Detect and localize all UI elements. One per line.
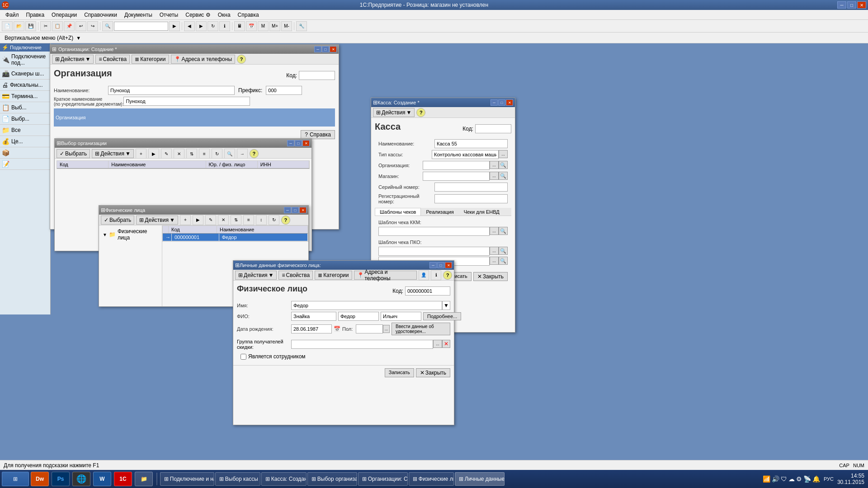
tb-copy[interactable]: 📋 (52, 21, 63, 31)
sidebar-item-doc[interactable]: 📝 (0, 159, 50, 170)
org-actions-btn[interactable]: ⊞ Действия ▼ (52, 55, 94, 64)
personal-minimize[interactable]: ─ (429, 262, 437, 268)
personal-properties-btn[interactable]: ≡ Свойства (278, 271, 313, 280)
org-minimize-btn[interactable]: ─ (314, 46, 321, 52)
phys-tree-item[interactable]: ▼ 📁 Физические лица (101, 227, 160, 242)
tb-m[interactable]: M (258, 21, 269, 31)
tb-mplus[interactable]: M+ (269, 21, 280, 31)
sidebar-item-scanners[interactable]: 📠 Сканеры ш... (0, 68, 50, 80)
personal-passport-btn[interactable]: Ввести данные об удостоверен... (392, 323, 450, 335)
personal-help-btn[interactable]: ? (443, 271, 452, 280)
select-org-close[interactable]: ✕ (302, 140, 310, 146)
taskbar-win-physlica[interactable]: ⊞ Физические лица (409, 472, 454, 486)
personal-employee-checkbox[interactable] (241, 354, 246, 360)
select-add-btn[interactable]: + (136, 149, 146, 159)
sidebar-item-price[interactable]: 💰 Це... (0, 136, 50, 147)
kassa-org-search[interactable]: 🔍 (499, 161, 508, 169)
personal-details-btn[interactable]: Подробнее... (423, 312, 461, 320)
kassa-maximize[interactable]: □ (498, 99, 505, 106)
taskbar-1c[interactable]: 1С (114, 472, 132, 486)
taskbar-word[interactable]: W (93, 472, 111, 486)
org-close-btn[interactable]: ✕ (330, 46, 337, 52)
personal-discount-clear[interactable]: ✕ (442, 340, 450, 348)
org-help-btn[interactable]: ? (237, 55, 246, 64)
kassa-code-input[interactable] (475, 124, 511, 133)
select-group-btn[interactable]: ≡ (199, 149, 210, 159)
personal-actions-btn[interactable]: ⊞ Действия ▼ (235, 271, 277, 280)
kassa-actions-btn[interactable]: ⊞ Действия ▼ (373, 108, 415, 117)
personal-patronymic-input[interactable] (381, 312, 421, 321)
org-properties-btn[interactable]: ≡ Свойства (95, 55, 130, 64)
select-org-maximize[interactable]: □ (295, 140, 302, 146)
org-help-btn2[interactable]: ? Справка (301, 130, 335, 139)
kassa-serial-input[interactable] (434, 183, 508, 192)
kassa-tab-templates[interactable]: Шаблоны чеков (375, 208, 421, 216)
taskbar-explorer[interactable]: 📁 (135, 472, 153, 486)
personal-close[interactable]: ✕ (445, 262, 452, 268)
kassa-name-input[interactable] (434, 139, 508, 148)
sidebar-item-wybor2[interactable]: 📄 Выбр... (0, 113, 50, 125)
org-code-input[interactable] (299, 71, 335, 80)
select-org-minimize[interactable]: ─ (287, 140, 294, 146)
select-del-btn[interactable]: ✕ (174, 149, 184, 159)
tb-back[interactable]: ◀ (184, 21, 195, 31)
phys-actions-btn[interactable]: ⊞ Действия ▼ (136, 216, 178, 225)
sidebar-item-box[interactable]: 📦 (0, 147, 50, 159)
kassa-pko-ellipsis[interactable]: ... (490, 247, 499, 255)
tb-cal[interactable]: 📅 (246, 21, 257, 31)
personal-surname-input[interactable] (291, 312, 336, 321)
kassa-shop-ellipsis[interactable]: ... (490, 172, 499, 180)
select-btn[interactable]: ✓ Выбрать (57, 149, 90, 158)
phys-sort1-btn[interactable]: ⇅ (231, 215, 241, 225)
personal-gender-input[interactable] (356, 324, 383, 333)
tree-expand-icon[interactable]: ▼ (103, 232, 107, 237)
menu-windows[interactable]: Окна (214, 11, 234, 19)
kassa-type-input[interactable] (432, 150, 499, 159)
taskbar-win-selectkassa[interactable]: ⊞ Выбор кассы (215, 472, 260, 486)
org-maximize-btn[interactable]: □ (322, 46, 329, 52)
select-search-btn[interactable]: 🔍 (224, 149, 235, 159)
phys-refresh-btn[interactable]: ↻ (269, 215, 279, 225)
vertical-menu-btn[interactable]: Вертикальное меню (Alt+Z) (2, 34, 76, 42)
tb-wrench[interactable]: 🔧 (296, 21, 307, 31)
select-goto-btn[interactable]: → (237, 149, 248, 159)
menu-operations[interactable]: Операции (48, 11, 80, 19)
select-actions-btn[interactable]: ⊞ Действия ▼ (92, 149, 133, 158)
phys-nav-btn[interactable]: ▶ (193, 215, 203, 225)
kassa-close-btn2[interactable]: ✕ Закрыть (473, 272, 508, 281)
close-btn[interactable]: ✕ (857, 1, 866, 9)
personal-discount-input[interactable] (291, 340, 433, 349)
kassa-kkm-input[interactable] (378, 227, 490, 236)
select-nav-btn[interactable]: ▶ (148, 149, 159, 159)
phys-maximize[interactable]: □ (292, 207, 299, 213)
personal-photo-btn[interactable]: 👤 (419, 270, 429, 280)
taskbar-win-orgcreate[interactable]: ⊞ Организации: Создание * (358, 472, 408, 486)
sidebar-item-terminal[interactable]: 💳 Термина... (0, 91, 50, 102)
kassa-regnr-input[interactable] (434, 194, 508, 203)
personal-code-input[interactable] (405, 286, 450, 296)
menu-service[interactable]: Сервис ⚙ (182, 11, 214, 19)
start-btn[interactable]: ⊞ (2, 472, 29, 486)
tb-refresh[interactable]: ↻ (208, 21, 218, 31)
kassa-help-btn[interactable]: ? (416, 108, 425, 117)
menu-help[interactable]: Справка (234, 11, 263, 19)
tb-cut[interactable]: ✂ (40, 21, 51, 31)
menu-reference[interactable]: Справочники (80, 11, 121, 19)
maximize-btn[interactable]: □ (847, 1, 856, 9)
phys-row-1[interactable]: → 000000001 Федор (163, 234, 308, 241)
phys-del-btn[interactable]: ✕ (218, 215, 229, 225)
phys-edit-btn[interactable]: ✎ (205, 215, 216, 225)
phys-lica-titlebar[interactable]: ⊞ Физические лица ─ □ ✕ (99, 206, 308, 215)
phys-minimize[interactable]: ─ (284, 207, 291, 213)
kassa-pko-search[interactable]: 🔍 (499, 247, 508, 255)
kassa-shop-input[interactable] (423, 172, 490, 181)
lang-indicator[interactable]: РУС (822, 475, 835, 483)
phys-select-btn[interactable]: ✓ Выбрать (101, 216, 134, 225)
kassa-kkm-search[interactable]: 🔍 (499, 227, 508, 235)
taskbar-win-selectorg[interactable]: ⊞ Выбор организации (307, 472, 357, 486)
tb-new[interactable]: 📄 (2, 21, 13, 31)
personal-close-btn[interactable]: ✕ Закрыть (416, 368, 450, 377)
personal-discount-ellipsis[interactable]: ... (433, 340, 442, 348)
tb-mminus[interactable]: M- (281, 21, 292, 31)
kassa-org-ellipsis[interactable]: ... (490, 161, 499, 169)
